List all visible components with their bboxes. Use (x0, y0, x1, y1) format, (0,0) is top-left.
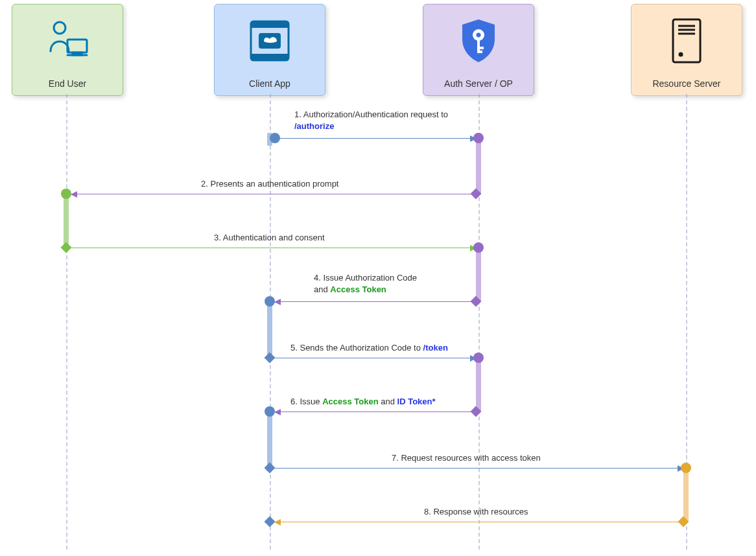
lane-label: Client App (249, 78, 290, 89)
svg-rect-10 (477, 39, 480, 52)
msg-text: Request resources with access token (401, 453, 540, 463)
svg-point-17 (679, 52, 683, 57)
msg-text: and (381, 397, 395, 406)
lifeline-user (66, 94, 67, 550)
msg-text: 4. (314, 273, 321, 283)
svg-rect-5 (251, 54, 289, 60)
svg-rect-1 (67, 40, 87, 52)
msg-text: Response with resources (433, 507, 528, 516)
client-app-icon (215, 5, 325, 78)
msg-text: 3. (214, 233, 221, 242)
svg-rect-11 (477, 47, 484, 49)
msg-text: 7. (392, 453, 399, 463)
svg-rect-12 (477, 51, 482, 53)
msg-text: Sends the Authorization Code to (300, 343, 420, 353)
token-id-token: ID Token* (397, 397, 436, 406)
lane-label: Auth Server / OP (444, 78, 513, 89)
lane-client-app: Client App (214, 4, 325, 96)
user-icon (12, 5, 123, 78)
msg-text: Authorization/Authentication request to (303, 110, 448, 119)
lane-label: Resource Server (652, 78, 720, 89)
server-icon (632, 5, 742, 78)
msg-text: Presents an authentication prompt (210, 179, 338, 189)
token-access-token: Access Token (322, 397, 378, 406)
msg-text: 2. (201, 179, 208, 189)
endpoint-token: /token (423, 343, 448, 353)
lane-auth-server: Auth Server / OP (423, 4, 534, 96)
lane-end-user: End User (12, 4, 123, 96)
msg-text: 1. (294, 110, 301, 119)
msg-text: 5. (290, 343, 298, 353)
msg-text: 8. (424, 507, 431, 516)
shield-key-icon (423, 5, 534, 78)
msg-text: and (314, 284, 328, 294)
svg-point-9 (477, 33, 481, 38)
svg-rect-6 (251, 21, 289, 28)
msg-text: Issue (300, 397, 320, 406)
svg-point-0 (54, 22, 65, 34)
endpoint-authorize: /authorize (294, 121, 334, 130)
msg-text: Authentication and consent (223, 233, 325, 242)
token-access-token: Access Token (330, 284, 386, 294)
msg-text: 6. (290, 397, 298, 406)
lane-resource-server: Resource Server (631, 4, 742, 96)
lane-label: End User (49, 78, 86, 89)
msg-text: Issue Authorization Code (323, 273, 417, 283)
